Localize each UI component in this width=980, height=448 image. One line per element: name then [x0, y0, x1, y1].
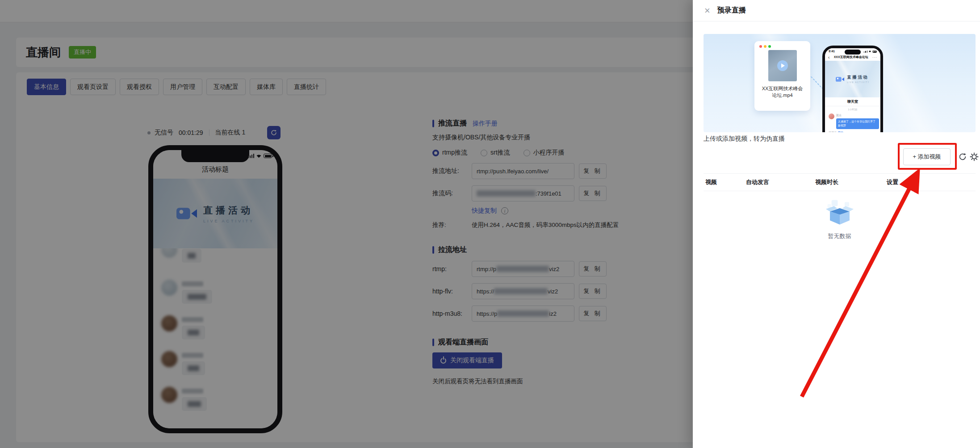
phone-nav-title: XXX互联网技术峰会论坛 — [829, 55, 872, 59]
phone-status-icons — [864, 50, 877, 53]
upload-hint: 上传或添加视频，转为伪直播 — [704, 135, 785, 143]
add-video-button[interactable]: + 添加视频 — [903, 148, 951, 165]
column-video: 视频 — [704, 178, 746, 186]
empty-text: 暂无数据 — [828, 232, 851, 240]
video-thumbnail — [768, 50, 797, 81]
traffic-dots-icon — [754, 41, 810, 48]
chatroom-tab: 聊天室 — [825, 97, 880, 106]
dynamic-island — [845, 50, 861, 54]
column-duration: 视频时长 — [815, 178, 887, 186]
video-table-header: 视频 自动发言 视频时长 设置 — [704, 173, 976, 191]
column-settings: 设置 — [887, 178, 976, 186]
more-icon: ··· — [872, 55, 877, 59]
prerecorded-live-drawer: × 预录直播 XX互联网技术峰会 论坛.mp4 — [693, 0, 980, 448]
camera-icon — [836, 76, 844, 82]
screen: 直播间 直播中 基本信息 观看页设置 观看授权 用户管理 互动配置 媒体库 直播… — [0, 0, 980, 448]
time-ago: 1小时前 — [825, 108, 880, 112]
drawer-title: 预录直播 — [717, 6, 746, 15]
mini-live-banner: 直播活动 LIVE ACTIVITY — [825, 61, 880, 97]
refresh-list-icon[interactable] — [958, 152, 967, 161]
empty-state: 暂无数据 — [704, 199, 976, 240]
play-icon — [777, 60, 788, 71]
avatar — [829, 113, 834, 119]
empty-box-icon — [823, 199, 857, 228]
column-auto-comment: 自动发言 — [746, 178, 815, 186]
phone-time: 9:41 — [829, 50, 835, 53]
close-icon[interactable]: × — [704, 6, 710, 16]
admin-row: 管理员 官方 — [825, 129, 880, 132]
tutorial-phone-mockup: 9:41 ‹ XXX互联网技术峰会论坛 ··· — [822, 46, 883, 132]
drawer-header: × 预录直播 — [693, 0, 980, 21]
gear-icon[interactable] — [970, 152, 979, 161]
video-file-card: XX互联网技术峰会 论坛.mp4 — [754, 41, 810, 111]
video-filename: XX互联网技术峰会 论坛.mp4 — [754, 85, 810, 99]
tutorial-banner: XX互联网技术峰会 论坛.mp4 9:41 — [704, 34, 976, 132]
chat-message: 观众 太感谢了，这个分享让我打开了新视野 — [825, 112, 880, 129]
